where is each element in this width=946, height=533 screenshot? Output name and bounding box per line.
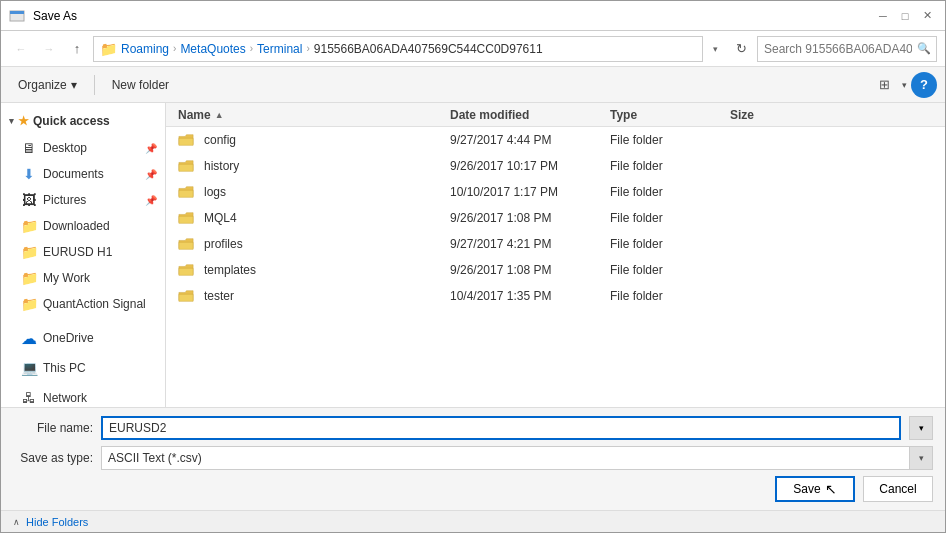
save-as-dialog: Save As ─ □ ✕ ← → ↑ 📁 Roaming › MetaQuot… [0,0,946,533]
table-row[interactable]: config 9/27/2017 4:44 PM File folder [166,127,945,153]
onedrive-label: OneDrive [43,331,157,345]
sidebar-item-quantaction[interactable]: 📁 QuantAction Signal [1,291,165,317]
sidebar-item-onedrive[interactable]: ☁ OneDrive [1,325,165,351]
refresh-button[interactable]: ↻ [729,37,753,61]
organize-button[interactable]: Organize ▾ [9,72,86,98]
sidebar-thispc-section: 💻 This PC [1,355,165,381]
downloaded-icon: 📁 [21,218,37,234]
minimize-button[interactable]: ─ [873,6,893,26]
content-area: ▾ ★ Quick access 🖥 Desktop 📌 ⬇ Documents… [1,103,945,407]
file-name-cell: templates [170,262,450,278]
thispc-label: This PC [43,361,157,375]
quick-access-star-icon: ★ [18,114,29,128]
sidebar-item-eurusd[interactable]: 📁 EURUSD H1 [1,239,165,265]
file-type-cell: File folder [610,133,730,147]
col-header-name[interactable]: Name ▲ [170,108,450,122]
filetype-select-wrapper: ASCII Text (*.csv) ▾ [101,446,933,470]
mywork-label: My Work [43,271,157,285]
file-name-cell: tester [170,288,450,304]
table-row[interactable]: MQL4 9/26/2017 1:08 PM File folder [166,205,945,231]
sidebar-item-desktop[interactable]: 🖥 Desktop 📌 [1,135,165,161]
desktop-label: Desktop [43,141,139,155]
file-name-cell: history [170,158,450,174]
back-button[interactable]: ← [9,37,33,61]
sidebar-item-downloaded[interactable]: 📁 Downloaded [1,213,165,239]
sort-arrow-icon: ▲ [215,110,224,120]
search-container: 🔍 [757,36,937,62]
sidebar-item-pictures[interactable]: 🖼 Pictures 📌 [1,187,165,213]
file-date-cell: 10/10/2017 1:17 PM [450,185,610,199]
close-button[interactable]: ✕ [917,6,937,26]
sidebar-onedrive-section: ☁ OneDrive [1,325,165,351]
table-row[interactable]: history 9/26/2017 10:17 PM File folder [166,153,945,179]
sidebar-quick-access-header[interactable]: ▾ ★ Quick access [1,107,165,135]
breadcrumb-sep-1: › [173,43,176,54]
quick-access-chevron-icon: ▾ [9,116,14,126]
quantaction-label: QuantAction Signal [43,297,157,311]
eurusd-label: EURUSD H1 [43,245,157,259]
col-header-type[interactable]: Type [610,108,730,122]
help-button[interactable]: ? [911,72,937,98]
save-button[interactable]: Save ↖ [775,476,855,502]
col-header-date[interactable]: Date modified [450,108,610,122]
breadcrumb-terminal[interactable]: Terminal [257,42,302,56]
view-button[interactable]: ⊞ [870,72,898,98]
folder-icon [178,236,194,252]
title-bar-left: Save As [9,8,77,24]
hide-folders-label[interactable]: Hide Folders [26,516,88,528]
file-name-cell: MQL4 [170,210,450,226]
new-folder-button[interactable]: New folder [103,72,178,98]
thispc-icon: 💻 [21,360,37,376]
breadcrumb-roaming[interactable]: Roaming [121,42,169,56]
up-button[interactable]: ↑ [65,37,89,61]
file-name-cell: config [170,132,450,148]
sidebar-item-network[interactable]: 🖧 Network [1,385,165,407]
table-row[interactable]: tester 10/4/2017 1:35 PM File folder [166,283,945,309]
file-list-header: Name ▲ Date modified Type Size [166,103,945,127]
file-type-cell: File folder [610,159,730,173]
network-icon: 🖧 [21,390,37,406]
cancel-button[interactable]: Cancel [863,476,933,502]
filetype-select[interactable]: ASCII Text (*.csv) [101,446,933,470]
search-input[interactable] [757,36,937,62]
table-row[interactable]: profiles 9/27/2017 4:21 PM File folder [166,231,945,257]
window-title: Save As [33,9,77,23]
file-type-cell: File folder [610,237,730,251]
desktop-icon: 🖥 [21,140,37,156]
filename-label: File name: [13,421,93,435]
sidebar-item-thispc[interactable]: 💻 This PC [1,355,165,381]
table-row[interactable]: logs 10/10/2017 1:17 PM File folder [166,179,945,205]
filename-input[interactable] [101,416,901,440]
breadcrumb-dropdown-button[interactable]: ▾ [707,36,723,62]
documents-pin-icon: 📌 [145,169,157,180]
hide-folders-chevron-icon: ∧ [13,517,20,527]
onedrive-icon: ☁ [21,330,37,346]
organize-arrow-icon: ▾ [71,78,77,92]
forward-button[interactable]: → [37,37,61,61]
filename-row: File name: ▾ [13,416,933,440]
file-type-cell: File folder [610,211,730,225]
file-date-cell: 9/27/2017 4:44 PM [450,133,610,147]
toolbar: Organize ▾ New folder ⊞ ▾ ? [1,67,945,103]
folder-icon [178,288,194,304]
quantaction-icon: 📁 [21,296,37,312]
sidebar: ▾ ★ Quick access 🖥 Desktop 📌 ⬇ Documents… [1,103,166,407]
maximize-button[interactable]: □ [895,6,915,26]
filetype-label: Save as type: [13,451,93,465]
sidebar-item-mywork[interactable]: 📁 My Work [1,265,165,291]
title-controls: ─ □ ✕ [873,6,937,26]
filename-dropdown-button[interactable]: ▾ [909,416,933,440]
breadcrumb-metaquotes[interactable]: MetaQuotes [180,42,245,56]
sidebar-quick-access-section: ▾ ★ Quick access 🖥 Desktop 📌 ⬇ Documents… [1,107,165,317]
pictures-icon: 🖼 [21,192,37,208]
col-header-size[interactable]: Size [730,108,810,122]
nav-bar: ← → ↑ 📁 Roaming › MetaQuotes › Terminal … [1,31,945,67]
sidebar-item-documents[interactable]: ⬇ Documents 📌 [1,161,165,187]
table-row[interactable]: templates 9/26/2017 1:08 PM File folder [166,257,945,283]
breadcrumb-folder-icon: 📁 [100,41,117,57]
file-date-cell: 10/4/2017 1:35 PM [450,289,610,303]
view-dropdown-icon: ▾ [902,80,907,90]
window-icon [9,8,25,24]
mywork-icon: 📁 [21,270,37,286]
folder-icon [178,210,194,226]
